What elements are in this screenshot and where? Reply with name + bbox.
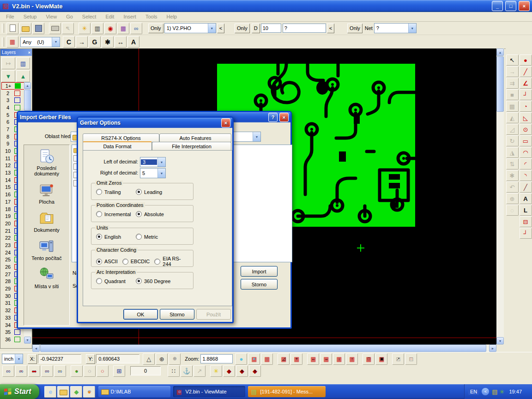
radio-incremental[interactable]: Incremental bbox=[96, 211, 136, 217]
place-computer[interactable]: Tento počítač bbox=[25, 239, 68, 261]
firefox-launch-icon[interactable]: ●◠ bbox=[83, 386, 95, 398]
scroll-up-button[interactable]: ▲ bbox=[496, 48, 504, 56]
language-indicator[interactable]: EN bbox=[468, 388, 479, 395]
view-pads-icon[interactable]: ∞▬ bbox=[28, 365, 40, 377]
transform-origin-icon[interactable]: ⊕ bbox=[506, 193, 519, 204]
units-combo[interactable]: inch ▼ bbox=[2, 354, 23, 364]
gerber-dialog-titlebar[interactable]: Gerber Options × bbox=[78, 118, 232, 128]
pad-mark-icon[interactable]: ◆· bbox=[223, 365, 235, 377]
scroll-up-button[interactable]: ▲ bbox=[24, 82, 31, 89]
draw-arc-angle-icon[interactable]: ◔ bbox=[520, 101, 532, 112]
dcode-filter-input[interactable] bbox=[283, 24, 326, 33]
horizontal-scrollbar[interactable]: ◄ ► bbox=[32, 345, 496, 352]
task--191-482-091-mess-[interactable]: ▤[191-482-091] - Mess... bbox=[248, 386, 326, 397]
scroll-right-button[interactable]: ► bbox=[489, 345, 496, 352]
chevron-down-icon[interactable]: ▼ bbox=[15, 354, 23, 363]
new-file-icon[interactable] bbox=[6, 23, 18, 34]
menu-help[interactable]: Help bbox=[163, 13, 181, 20]
place-desktop[interactable]: Plocha bbox=[25, 182, 68, 205]
highlight-off-icon[interactable]: ○ bbox=[84, 365, 96, 377]
draw-rectangle-icon[interactable]: ▭ bbox=[520, 135, 532, 146]
toolbar-grip[interactable] bbox=[2, 37, 4, 47]
active-layer-combo[interactable]: 1) V2.PHO ▼ bbox=[164, 23, 216, 33]
only-layer-toggle[interactable]: Only bbox=[148, 24, 163, 33]
zoom-selection-icon[interactable]: ▦◌ bbox=[261, 353, 273, 365]
layer-color-swatch[interactable] bbox=[15, 83, 21, 89]
layer-shift-icon[interactable]: ↦ bbox=[1, 57, 15, 69]
layer-row-4[interactable]: 4 bbox=[1, 104, 24, 111]
tray-chevron-icon[interactable]: < bbox=[482, 388, 489, 395]
menu-setup[interactable]: Setup bbox=[19, 13, 41, 20]
layer-colors-icon[interactable]: ▦ bbox=[117, 23, 129, 34]
tab-data-format[interactable]: Data Format bbox=[83, 141, 152, 151]
folder-launch-icon[interactable] bbox=[57, 386, 69, 398]
chevron-down-icon[interactable]: ▼ bbox=[157, 157, 165, 167]
scroll-down-button[interactable]: ▼ bbox=[24, 337, 31, 344]
scroll-down-button[interactable]: ▼ bbox=[496, 337, 504, 345]
select-cursor-icon[interactable]: ↖ bbox=[506, 54, 519, 66]
layer-row-1+[interactable]: 1+ bbox=[1, 82, 24, 90]
rotate-icon[interactable]: ↻ bbox=[506, 135, 519, 146]
draw-curve-end-icon[interactable]: ◝ bbox=[520, 170, 532, 181]
close-button[interactable]: × bbox=[221, 118, 230, 127]
chevron-down-icon[interactable]: ▼ bbox=[253, 132, 260, 141]
start-button[interactable]: Start bbox=[0, 384, 39, 399]
place-documents[interactable]: Dokumenty bbox=[25, 211, 68, 233]
snap-grid-icon[interactable]: ∷ bbox=[168, 365, 180, 377]
close-button[interactable]: × bbox=[519, 1, 530, 11]
gerber-query-button[interactable]: G bbox=[89, 36, 101, 48]
radio-trailing[interactable]: Trailing bbox=[96, 189, 136, 195]
radio-ascii[interactable]: ASCII bbox=[96, 259, 118, 265]
radio-button[interactable] bbox=[122, 259, 128, 265]
scroll-left-button[interactable]: ◄ bbox=[32, 345, 40, 352]
step-repeat-icon[interactable]: ✱ bbox=[506, 170, 519, 181]
draw-polyline-icon[interactable]: ∠ bbox=[520, 78, 532, 89]
toolbar-grip[interactable] bbox=[2, 24, 4, 33]
menu-go[interactable]: Go bbox=[62, 13, 77, 20]
origin-crosshair-icon[interactable]: ⊕ bbox=[156, 353, 168, 365]
radio-button[interactable] bbox=[136, 211, 142, 217]
close-icon[interactable]: × bbox=[28, 50, 30, 55]
dcode-button[interactable]: D bbox=[252, 24, 260, 33]
ie-launch-icon[interactable]: e bbox=[44, 386, 56, 398]
highlight-net-icon[interactable]: ○ bbox=[97, 365, 109, 377]
chevron-down-icon[interactable]: ▼ bbox=[408, 24, 416, 33]
draw-sketch-icon[interactable]: ╱ bbox=[520, 181, 532, 193]
place-network[interactable]: Místa v síti bbox=[25, 267, 68, 289]
prev-layer-button[interactable]: < bbox=[217, 24, 224, 33]
radio-metric[interactable]: Metric bbox=[136, 234, 158, 240]
tab-auto-features[interactable]: Auto Features bbox=[159, 133, 231, 142]
layer-down-icon[interactable]: ▼ bbox=[1, 70, 15, 82]
grid-origin-icon[interactable]: ▦◿ bbox=[278, 353, 290, 365]
view-all-icon[interactable]: ∞~ bbox=[54, 365, 66, 377]
draw-arc-icon[interactable]: ◠ bbox=[520, 147, 532, 158]
select-mode-icon[interactable]: ▦ bbox=[6, 36, 18, 48]
flash-aperture-icon[interactable]: ✳ bbox=[79, 23, 91, 34]
goto-button[interactable]: → bbox=[76, 36, 88, 48]
measure-icon[interactable]: ↗ bbox=[193, 365, 206, 377]
layer-row-36[interactable]: 36 bbox=[1, 336, 24, 343]
vertical-scroll-thumb[interactable] bbox=[496, 56, 504, 112]
fill-solid-icon[interactable]: ■ bbox=[506, 89, 519, 100]
view-negative-icon[interactable]: ∞— bbox=[41, 365, 53, 377]
component-query-button[interactable]: C bbox=[63, 36, 75, 48]
draw-circle-icon[interactable]: ⊙ bbox=[520, 124, 532, 135]
draw-curve-start-icon[interactable]: ◜ bbox=[520, 158, 532, 169]
menu-view[interactable]: View bbox=[42, 13, 61, 20]
aperture-viewer-icon[interactable]: ∞ bbox=[130, 23, 142, 34]
radio-360-degree[interactable]: 360 Degree bbox=[136, 278, 171, 284]
layer-row-3[interactable]: 3 bbox=[1, 97, 24, 104]
layer-tools-icon[interactable]: ▥ bbox=[91, 23, 103, 34]
left-of-decimal-combo[interactable]: 3 ▼ bbox=[140, 157, 166, 167]
notes-launch-icon[interactable]: ◆ bbox=[70, 386, 82, 398]
tray-clover-icon[interactable]: ✳ bbox=[500, 388, 505, 395]
radio-button[interactable] bbox=[96, 211, 102, 217]
select-area-icon[interactable]: □↗ bbox=[392, 353, 404, 365]
local-origin-icon[interactable]: ⊕ bbox=[169, 353, 181, 365]
menu-file[interactable]: File bbox=[2, 13, 18, 20]
radio-button[interactable] bbox=[96, 259, 102, 265]
chevron-down-icon[interactable]: ▼ bbox=[208, 24, 216, 33]
menu-tools[interactable]: Tools bbox=[141, 13, 162, 20]
only-dcode-toggle[interactable]: Only bbox=[235, 24, 250, 33]
menu-edit[interactable]: Edit bbox=[101, 13, 118, 20]
